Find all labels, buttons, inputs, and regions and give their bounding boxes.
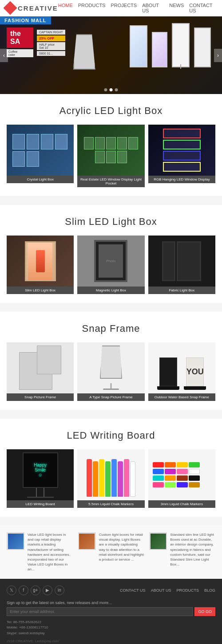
led-writing-section: LED Writing Board HappySmile☺ LED Writin… xyxy=(0,419,222,517)
slim-led-section: Slim LED Light Box Slim LED Light Box Ph… xyxy=(0,205,222,303)
sm-gold xyxy=(189,482,200,487)
hero-dot-1[interactable] xyxy=(104,88,107,91)
marker-orange xyxy=(93,461,98,497)
slim-frame xyxy=(25,241,56,281)
newsletter-email-input[interactable] xyxy=(7,607,193,616)
footer-links: CONTACT US ABOUT US PRODUCTS BLOG xyxy=(120,585,215,595)
hero-card-1: CAPTAIN RIGHT xyxy=(37,30,65,35)
sm-yellow xyxy=(177,462,188,467)
led-writing-board-label: LED Writing Board xyxy=(7,500,74,508)
hero-frame-1 xyxy=(130,25,147,67)
hero-frame-3-pole xyxy=(180,64,181,69)
led-writing-board-card[interactable]: HappySmile☺ LED Writing Board xyxy=(7,449,74,508)
magnetic-lightbox-card[interactable]: Photo Magnetic Light Box xyxy=(77,236,144,294)
social-twitter-icon[interactable]: 𝕏 xyxy=(7,585,16,595)
snap-picture-frame-card[interactable]: Snap Picture Frame xyxy=(7,342,74,401)
sm-red xyxy=(153,462,164,467)
outdoor-snap-card[interactable]: YOU Outdoor Water Based Snap Frame xyxy=(148,342,215,401)
chalk-markers-55mm-card[interactable]: 5.5mm Liquid Chalk Markers xyxy=(77,449,144,508)
crystal-panel-5 xyxy=(12,151,25,167)
chalk-markers-55mm-label: 5.5mm Liquid Chalk Markers xyxy=(77,500,144,508)
nav-news[interactable]: NEWS xyxy=(169,3,184,13)
fashion-mall-badge: FASHION MALL xyxy=(0,16,51,24)
snap-frame-grid: Snap Picture Frame A Type Snap Picture F… xyxy=(7,342,215,401)
separator-2 xyxy=(0,303,222,312)
writing-board-text: HappySmile☺ xyxy=(34,463,47,477)
info-thumb-2-img xyxy=(79,534,95,549)
re-panel-2 xyxy=(95,137,105,149)
magnetic-lightbox-label: Magnetic Light Box xyxy=(77,287,144,294)
re-panel-8 xyxy=(117,151,127,163)
footer-top: 𝕏 f g+ ▶ in CONTACT US ABOUT US PRODUCTS… xyxy=(7,585,215,595)
rgb-panel-4 xyxy=(163,162,201,172)
footer-contact: Tel: 86-755-85282622 Mobile: +86-1300811… xyxy=(7,620,215,636)
nav-home[interactable]: HOME xyxy=(58,3,73,13)
fabric-lightbox-image xyxy=(148,236,215,287)
outdoor-stand-1-board xyxy=(159,357,177,386)
nav-projects[interactable]: PROJECTS xyxy=(111,3,137,13)
outdoor-stand-2-board: YOU xyxy=(186,357,204,386)
hero-dot-3[interactable] xyxy=(115,88,118,91)
snap-frame-title: Snap Frame xyxy=(7,323,215,334)
marker-purple xyxy=(118,461,123,497)
rgb-hanging-card[interactable]: RGB Hanging LED Window Display xyxy=(148,125,215,187)
social-google-icon[interactable]: g+ xyxy=(31,585,40,595)
atype-snap-card[interactable]: A Type Snap Picture Frame xyxy=(77,342,144,401)
slim-led-image xyxy=(7,236,74,287)
crystal-lightbox-card[interactable]: Crystal Light Box xyxy=(7,125,74,187)
re-panel-1 xyxy=(84,137,94,149)
re-panel-5 xyxy=(128,137,138,149)
sm-teal xyxy=(153,475,164,481)
footer-contact-link[interactable]: CONTACT US xyxy=(120,588,146,593)
realestate-led-card[interactable]: Real Estate LED Window Display Light Poc… xyxy=(77,125,144,187)
footer-about-link[interactable]: ABOUT US xyxy=(151,588,171,593)
markers-row-1 xyxy=(153,462,211,467)
crystal-lightbox-label: Crystal Light Box xyxy=(7,176,74,183)
social-linkedin-icon[interactable]: in xyxy=(55,585,64,595)
hero-sale-sign: theSA xyxy=(7,27,33,48)
nav-products[interactable]: PRODUCTS xyxy=(78,3,106,13)
nav-about[interactable]: ABOUT US xyxy=(142,3,164,13)
hero-next-button[interactable]: › xyxy=(214,49,222,62)
slim-led-card[interactable]: Slim LED Light Box xyxy=(7,236,74,294)
hero-dot-2[interactable] xyxy=(110,88,113,91)
sm-black xyxy=(189,475,200,481)
hero-prev-button[interactable]: ‹ xyxy=(0,49,8,62)
sm-white xyxy=(189,469,200,474)
slim-led-title: Slim LED Light Box xyxy=(7,216,215,228)
chalk-markers-3mm-card[interactable]: 3mm Liquid Chalk Markers xyxy=(148,449,215,508)
social-icons: 𝕏 f g+ ▶ in xyxy=(7,585,64,595)
marker-white xyxy=(130,461,135,497)
snap-frame-group xyxy=(19,346,61,390)
sm-green xyxy=(189,462,200,467)
hero-frame-3 xyxy=(172,23,190,67)
info-thumb-1-img xyxy=(8,534,24,549)
magnetic-lightbox-image: Photo xyxy=(77,236,144,287)
writing-board-legs xyxy=(36,488,44,497)
snap-frame-section: Snap Frame Snap Picture Frame A Type Sn xyxy=(0,312,222,410)
footer-products-link[interactable]: PRODUCTS xyxy=(176,588,199,593)
hero-dots xyxy=(104,88,118,91)
slim-person-img xyxy=(28,242,52,280)
realestate-led-label: Real Estate LED Window Display Light Poc… xyxy=(77,176,144,187)
led-writing-grid: HappySmile☺ LED Writing Board xyxy=(7,449,215,508)
hero-left-content: theSA Coffeecake CAPTAIN RIGHT 25% OFF H… xyxy=(7,27,95,70)
newsletter-submit-button[interactable]: GO GO xyxy=(194,607,215,616)
footer: 𝕏 f g+ ▶ in CONTACT US ABOUT US PRODUCTS… xyxy=(0,579,222,644)
fabric-lightbox-card[interactable]: Fabric Light Box xyxy=(148,236,215,294)
sm-rose xyxy=(153,482,164,487)
nav-contact[interactable]: CONTACT US xyxy=(189,3,217,13)
social-facebook-icon[interactable]: f xyxy=(19,585,28,595)
sm-pink xyxy=(177,469,188,474)
snap-picture-frame-label: Snap Picture Frame xyxy=(7,393,74,401)
marker-blue xyxy=(111,459,117,497)
footer-blog-link[interactable]: BLOG xyxy=(204,588,215,593)
fabric-panel-2 xyxy=(177,241,201,281)
markers-row-4 xyxy=(153,482,211,487)
info-thumb-3-img xyxy=(151,534,166,549)
info-text-2: Custom light boxes for retail visual dis… xyxy=(99,532,144,562)
hero-aframe-shape xyxy=(73,34,95,70)
chalk-markers-3mm-image xyxy=(148,449,215,500)
sm-blue xyxy=(153,469,164,474)
social-youtube-icon[interactable]: ▶ xyxy=(43,585,52,595)
